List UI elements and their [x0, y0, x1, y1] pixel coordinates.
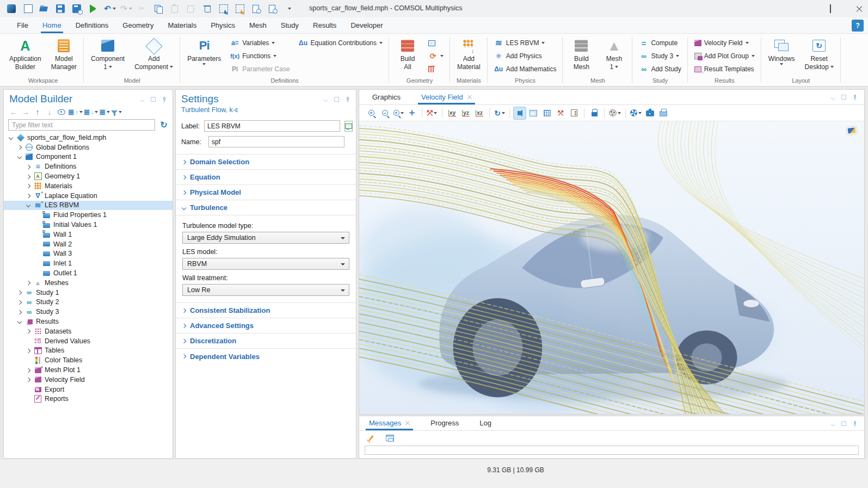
settings-subtitle-link[interactable]: Turbulent Flow, k-ε — [176, 106, 356, 118]
help-button[interactable]: ? — [852, 20, 864, 32]
back-button[interactable]: ← — [8, 107, 19, 118]
view-yz-button[interactable]: yz — [459, 107, 472, 120]
maximize-button[interactable] — [818, 0, 843, 17]
tree-chevron-icon[interactable] — [26, 329, 31, 333]
ribbon-tab-file[interactable]: File — [10, 17, 35, 33]
select-box-button[interactable] — [217, 2, 231, 15]
panel-pin-icon[interactable] — [344, 96, 350, 102]
panel-menu-icon[interactable] — [830, 94, 836, 100]
close-tab-icon[interactable] — [467, 95, 472, 100]
add-material-button[interactable]: AddMaterial — [453, 36, 484, 72]
tree-item-les-rbvm[interactable]: LES RBVM — [4, 201, 173, 211]
tree-item-laplace-equation[interactable]: Laplace Equation — [4, 191, 173, 201]
les-rbvm-button[interactable]: ≋LES RBVM — [491, 36, 560, 50]
tree-item-color-tables[interactable]: Color Tables — [4, 355, 173, 365]
expand-all-button[interactable]: ≣↓ — [84, 107, 99, 118]
add-component-button[interactable]: AddComponent — [131, 36, 177, 72]
tree-chevron-icon[interactable] — [26, 378, 31, 381]
tree-item-initial-values-1[interactable]: Initial Values 1 — [4, 220, 173, 230]
section-dependent-variables[interactable]: Dependent Variables — [176, 349, 356, 364]
ribbon-tab-study[interactable]: Study — [274, 17, 306, 33]
ribbon-tab-developer[interactable]: Developer — [343, 17, 390, 33]
ribbon-tab-physics[interactable]: Physics — [204, 17, 242, 33]
message-settings-button[interactable] — [383, 431, 396, 444]
panel-pin-icon[interactable] — [161, 96, 167, 102]
tree-chevron-icon[interactable] — [17, 310, 22, 314]
build-all-button[interactable]: BuildAll — [392, 36, 423, 72]
add-mathematics-button[interactable]: ΔuAdd Mathematics — [491, 63, 560, 76]
collapse-all-button[interactable]: ≣↑ — [68, 107, 83, 118]
close-button[interactable] — [843, 0, 868, 17]
tree-chevron-icon[interactable] — [26, 194, 31, 197]
tree-item-study-3[interactable]: Study 3 — [4, 307, 173, 317]
tree-chevron-icon[interactable] — [26, 349, 31, 353]
delete-button[interactable] — [200, 2, 214, 15]
section-turbulence[interactable]: Turbulence — [176, 200, 356, 215]
plot-thumbnail-icon[interactable] — [846, 126, 857, 135]
tree-chevron-icon[interactable] — [26, 175, 31, 178]
ribbon-tab-mesh[interactable]: Mesh — [242, 17, 274, 33]
dropdown-wall-treatment-[interactable]: Low Re — [182, 284, 349, 296]
dropdown-turbulence-model-type-[interactable]: Large Eddy Simulation — [182, 232, 349, 244]
find-button[interactable] — [249, 2, 263, 15]
screenshot-button[interactable] — [643, 107, 656, 120]
velocity-field-button[interactable]: Velocity Field — [691, 36, 758, 50]
graphics-canvas[interactable] — [359, 121, 864, 414]
tree-item-geometry-1[interactable]: Geometry 1 — [4, 171, 173, 181]
section-equation[interactable]: Equation — [176, 170, 356, 185]
model-tree-nodes-button[interactable]: ≣ — [99, 107, 110, 118]
clear-messages-button[interactable] — [366, 431, 379, 444]
tree-item-definitions[interactable]: Definitions — [4, 162, 173, 171]
cut-button[interactable] — [135, 2, 149, 15]
tree-item-inlet-1[interactable]: Inlet 1 — [4, 258, 173, 268]
paste-button[interactable] — [168, 2, 182, 15]
forward-button[interactable]: → — [20, 107, 31, 118]
model-manager-button[interactable]: ModelManager — [47, 36, 81, 72]
section-discretization[interactable]: Discretization — [176, 333, 356, 349]
tree-item-mesh-plot-1[interactable]: Mesh Plot 1 — [4, 365, 173, 375]
tree-item-global-definitions[interactable]: Global Definitions — [4, 143, 173, 152]
add-plot-group-button[interactable]: Add Plot Group — [691, 50, 758, 63]
open-file-button[interactable] — [37, 2, 51, 15]
name-input[interactable] — [208, 136, 344, 147]
tab-log[interactable]: Log — [476, 416, 495, 430]
panel-menu-icon[interactable] — [323, 96, 329, 102]
undo-button[interactable] — [102, 2, 116, 15]
tree-item-fluid-properties-1[interactable]: Fluid Properties 1 — [4, 210, 173, 220]
tree-item-wall-2[interactable]: Wall 2 — [4, 239, 173, 249]
tree-chevron-icon[interactable] — [17, 155, 22, 158]
view-xy-button[interactable]: xy — [446, 107, 459, 120]
tree-item-component-1[interactable]: Component 1 — [4, 152, 173, 162]
tree-item-outlet-1[interactable]: Outlet 1 — [4, 268, 173, 278]
insert-sequence-button[interactable] — [425, 36, 447, 50]
work-plane-button[interactable] — [425, 63, 447, 76]
show-axes-button[interactable]: ⤱ — [554, 107, 567, 120]
panel-menu-icon[interactable] — [139, 96, 145, 102]
label-input[interactable] — [204, 120, 340, 132]
tree-chevron-icon[interactable] — [17, 300, 22, 304]
transparency-button[interactable] — [527, 107, 540, 120]
scene-light-button[interactable] — [513, 107, 526, 120]
customize-toolbar-button[interactable] — [282, 2, 296, 15]
copy-button[interactable] — [151, 2, 165, 15]
tab-velocity-field[interactable]: Velocity Field — [418, 90, 475, 104]
environment-button[interactable] — [608, 107, 622, 120]
section-advanced-settings[interactable]: Advanced Settings — [176, 318, 356, 333]
zoom-out-button[interactable]: − — [378, 107, 391, 120]
tree-item-wall-1[interactable]: Wall 1 — [4, 230, 173, 239]
ribbon-tab-definitions[interactable]: Definitions — [69, 17, 116, 33]
ribbon-tab-results[interactable]: Results — [306, 17, 343, 33]
tree-chevron-icon[interactable] — [17, 320, 22, 323]
panel-float-icon[interactable] — [150, 96, 156, 102]
duplicate-button[interactable] — [184, 2, 198, 15]
print-button[interactable] — [657, 107, 670, 120]
compute-button[interactable]: =Compute — [636, 36, 684, 50]
rotate-button[interactable]: ↻ — [493, 107, 506, 120]
parameters-button[interactable]: PiParameters — [183, 36, 225, 67]
tree-item-study-2[interactable]: Study 2 — [4, 298, 173, 307]
tree-chevron-icon[interactable] — [26, 165, 31, 169]
tab-graphics[interactable]: Graphics — [369, 90, 404, 104]
tree-item-reports[interactable]: Reports — [4, 394, 173, 404]
zoom-selected-button[interactable]: + — [392, 107, 405, 120]
section-consistent-stabilization[interactable]: Consistent Stabilization — [176, 303, 356, 318]
